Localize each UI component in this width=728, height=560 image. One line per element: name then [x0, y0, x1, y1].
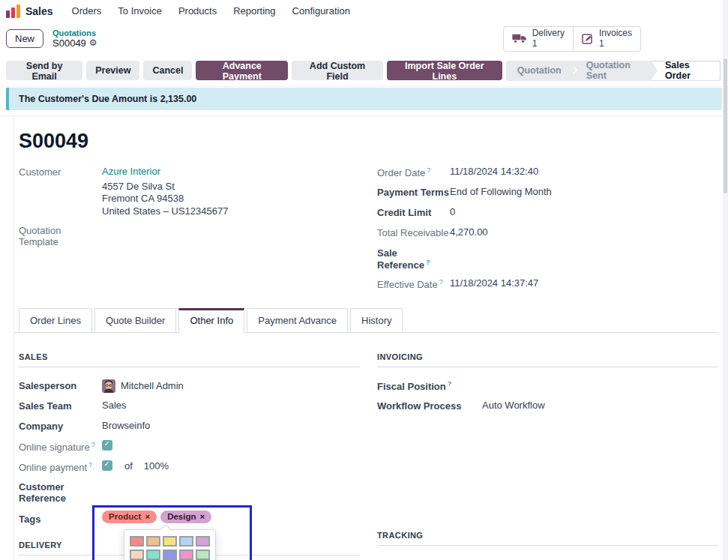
- online-signature-checkbox[interactable]: [102, 440, 112, 451]
- order-date-label: Order Date: [377, 167, 425, 178]
- workflow-process-field: Workflow Process Auto Workflow: [377, 400, 718, 413]
- color-swatch-purple[interactable]: [196, 536, 210, 547]
- form-sheet: S00049 Customer Azure Interior 4557 De S…: [0, 115, 728, 560]
- company-value[interactable]: Browseinfo: [102, 420, 150, 431]
- color-swatch-light-blue[interactable]: [179, 536, 193, 547]
- tag-product[interactable]: Product ×: [102, 511, 157, 523]
- help-icon: ?: [448, 380, 452, 388]
- menu-products[interactable]: Products: [170, 0, 225, 22]
- vertical-scrollbar[interactable]: [723, 0, 728, 560]
- sales-team-field: Sales Team Sales: [19, 400, 360, 413]
- customer-label: Customer: [19, 166, 102, 178]
- sheet-left-edge: [13, 116, 14, 560]
- invoice-edit-icon: [582, 33, 594, 45]
- effective-date-value[interactable]: 11/18/2024 14:37:47: [450, 277, 538, 289]
- import-sale-order-lines-button[interactable]: Import Sale Order Lines: [387, 61, 502, 80]
- statusbar: Quotation Quotation Sent Sales Order: [506, 61, 721, 81]
- color-swatch-yellow[interactable]: [163, 536, 177, 547]
- cancel-button[interactable]: Cancel: [143, 61, 192, 80]
- color-swatch-red[interactable]: [130, 536, 144, 547]
- online-payment-checkbox[interactable]: [102, 460, 112, 471]
- payment-terms-value[interactable]: End of Following Month: [450, 186, 552, 197]
- color-swatch-green[interactable]: [196, 550, 210, 560]
- salesperson-value[interactable]: Mitchell Admin: [121, 380, 184, 391]
- tab-quote-builder[interactable]: Quote Builder: [94, 308, 177, 332]
- prepayment-percent-value[interactable]: 100%: [144, 460, 169, 472]
- address-line: United States – US12345677: [102, 205, 228, 218]
- tab-other-info[interactable]: Other Info: [178, 308, 244, 333]
- customer-link[interactable]: Azure Interior: [102, 166, 228, 177]
- app-title: Sales: [25, 5, 53, 17]
- action-bar: Send by Email Preview Cancel Advance Pay…: [0, 56, 728, 87]
- menu-configuration[interactable]: Configuration: [284, 0, 358, 22]
- sales-app-icon: [6, 4, 20, 18]
- color-swatch-peach[interactable]: [130, 550, 144, 560]
- workflow-process-value[interactable]: Auto Workflow: [482, 400, 545, 411]
- tab-history[interactable]: History: [350, 308, 403, 332]
- tag-design[interactable]: Design ×: [160, 511, 211, 523]
- credit-limit-value[interactable]: 0: [450, 206, 455, 217]
- menu-to-invoice[interactable]: To Invoice: [109, 0, 170, 22]
- company-field: Company Browseinfo: [19, 420, 360, 433]
- menu-reporting[interactable]: Reporting: [225, 0, 283, 22]
- truck-icon: [512, 33, 527, 44]
- payment-terms-field: Payment Terms End of Following Month: [377, 186, 718, 199]
- menu-orders[interactable]: Orders: [64, 0, 110, 22]
- tag-remove-icon[interactable]: ×: [145, 512, 150, 521]
- scrollbar-thumb[interactable]: [724, 58, 727, 193]
- fiscal-position-label: Fiscal Position: [377, 381, 446, 392]
- preview-button[interactable]: Preview: [86, 61, 139, 80]
- tab-order-lines[interactable]: Order Lines: [19, 308, 92, 332]
- tag-remove-icon[interactable]: ×: [200, 512, 205, 521]
- gear-icon[interactable]: ⚙: [89, 38, 97, 49]
- add-custom-field-button[interactable]: Add Custom Field: [292, 61, 383, 80]
- send-by-email-button[interactable]: Send by Email: [6, 61, 82, 80]
- breadcrumb-quotations[interactable]: Quotations: [52, 28, 97, 38]
- online-payment-field: Online payment? of 100%: [19, 460, 360, 474]
- advance-payment-button[interactable]: Advance Payment: [196, 61, 288, 80]
- invoices-stat-button[interactable]: Invoices 1: [573, 26, 641, 52]
- delivery-stat-label: Delivery: [532, 28, 565, 39]
- address-line: 4557 De Silva St: [102, 181, 228, 193]
- credit-limit-field: Credit Limit 0: [377, 206, 718, 220]
- online-signature-field: Online signature?: [19, 440, 360, 454]
- stat-button-group: Delivery 1 Invoices 1: [503, 26, 641, 52]
- total-receivable-label: Total Receivable: [377, 226, 450, 238]
- tags-field: Tags Product × Design ×: [19, 511, 360, 525]
- company-label: Company: [19, 420, 102, 432]
- page-title: S00049: [19, 130, 718, 153]
- total-receivable-value: 4,270.00: [450, 226, 488, 238]
- color-swatch-pink[interactable]: [179, 550, 193, 560]
- tags-input[interactable]: Product × Design ×: [102, 511, 211, 523]
- total-receivable-field: Total Receivable 4,270.00: [377, 226, 718, 240]
- record-name: S00049: [52, 38, 86, 49]
- sales-team-value[interactable]: Sales: [102, 400, 127, 411]
- delivery-stat-button[interactable]: Delivery 1: [503, 26, 574, 52]
- quotation-template-field: Quotation Template: [19, 224, 360, 247]
- salesperson-label: Salesperson: [19, 379, 102, 391]
- address-line: Fremont CA 94538: [102, 193, 228, 205]
- effective-date-label: Effective Date: [377, 279, 438, 290]
- color-swatch-teal[interactable]: [146, 550, 160, 560]
- help-icon: ?: [439, 278, 443, 286]
- status-quotation-sent[interactable]: Quotation Sent: [575, 61, 654, 81]
- color-swatch-indigo[interactable]: [163, 550, 177, 560]
- color-swatch-orange[interactable]: [146, 536, 160, 547]
- app-switcher[interactable]: Sales: [6, 4, 53, 18]
- of-label: of: [124, 460, 133, 472]
- sales-team-label: Sales Team: [19, 400, 102, 412]
- top-navbar: Sales Orders To Invoice Products Reporti…: [0, 0, 728, 22]
- tab-payment-advance[interactable]: Payment Advance: [247, 308, 348, 332]
- salesperson-field: Salesperson Mitchell Admin: [19, 379, 360, 393]
- order-date-value[interactable]: 11/18/2024 14:32:40: [450, 166, 538, 177]
- color-swatch-grid: [124, 536, 215, 560]
- sale-reference-field: Sale Reference?: [377, 247, 718, 271]
- customer-address: 4557 De Silva St Fremont CA 94538 United…: [102, 181, 228, 218]
- delivery-stat-count: 1: [532, 39, 565, 49]
- status-sales-order[interactable]: Sales Order: [651, 61, 721, 81]
- status-quotation[interactable]: Quotation: [506, 61, 573, 81]
- help-icon: ?: [91, 441, 95, 448]
- new-button[interactable]: New: [6, 29, 43, 48]
- invoicing-section-heading: INVOICING: [377, 352, 718, 367]
- effective-date-field: Effective Date? 11/18/2024 14:37:47: [377, 277, 718, 291]
